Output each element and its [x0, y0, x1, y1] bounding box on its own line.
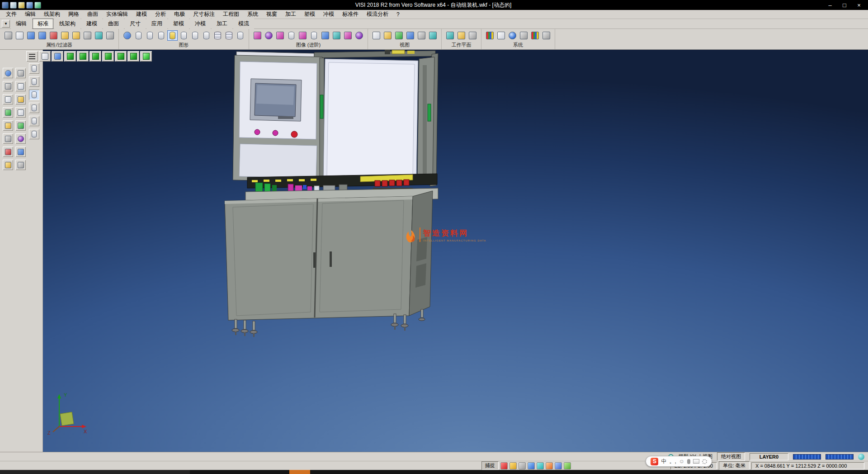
- move-icon[interactable]: [3, 94, 13, 104]
- menu-surface[interactable]: 曲面: [83, 9, 102, 19]
- menu-window[interactable]: 视窗: [262, 9, 281, 19]
- view-shaded-icon[interactable]: [52, 51, 63, 62]
- solid-list-icon[interactable]: [224, 30, 234, 41]
- solid-slot-icon-6[interactable]: [29, 129, 39, 139]
- annotate-icon[interactable]: [15, 107, 26, 118]
- color-palette-icon[interactable]: [485, 30, 495, 41]
- rotate-view-icon[interactable]: [405, 30, 415, 41]
- material-sphere-icon[interactable]: [264, 30, 274, 41]
- measure-icon[interactable]: [15, 94, 26, 104]
- snap-toggle-button[interactable]: 捕捉: [481, 461, 499, 470]
- align-icon[interactable]: [3, 160, 13, 170]
- render-quality-icon[interactable]: [354, 30, 364, 41]
- shade-transparent-icon[interactable]: [179, 30, 189, 41]
- swap-layers-icon[interactable]: [37, 30, 47, 41]
- menu-standard-parts[interactable]: 标准件: [338, 9, 363, 19]
- view-iso-icon[interactable]: [64, 51, 76, 62]
- menu-machining[interactable]: 加工: [281, 9, 300, 19]
- app-icon[interactable]: [2, 2, 9, 9]
- workplane-xy-icon[interactable]: [445, 30, 455, 41]
- ime-lang-label[interactable]: 中: [661, 458, 666, 465]
- solid-slot-icon-5[interactable]: [29, 116, 39, 126]
- menu-wireframe[interactable]: 线架构: [40, 9, 64, 19]
- ghost-view-icon[interactable]: [201, 30, 212, 41]
- lock-solid-icon[interactable]: [235, 30, 245, 41]
- section-view-icon[interactable]: [286, 30, 297, 41]
- track-icon[interactable]: [564, 462, 571, 469]
- calculator-icon[interactable]: [519, 30, 529, 41]
- viewport-canvas[interactable]: 智造资料网 INTELLIGENT MANUFACTURING DATA Y X…: [43, 50, 868, 452]
- status-globe-icon[interactable]: [858, 454, 864, 460]
- view-blank-icon[interactable]: [39, 51, 51, 62]
- menu-progress[interactable]: 冲模: [319, 9, 338, 19]
- menu-mould[interactable]: 塑模: [300, 9, 319, 19]
- ime-mic-icon[interactable]: [687, 459, 690, 464]
- new-doc-icon[interactable]: [10, 2, 17, 9]
- menu-file[interactable]: 文件: [2, 9, 21, 19]
- display-filter-icon[interactable]: [14, 30, 25, 41]
- color-faces-icon[interactable]: [297, 30, 308, 41]
- filter-icon[interactable]: [82, 30, 93, 41]
- view-orientation-menu-icon[interactable]: [26, 51, 38, 62]
- open-doc-icon[interactable]: [18, 2, 25, 9]
- screen-settings-icon[interactable]: [496, 30, 506, 41]
- background-icon[interactable]: [320, 30, 330, 41]
- grid-settings-icon[interactable]: [530, 30, 540, 41]
- taskbar-active-app[interactable]: [289, 470, 310, 474]
- tab-surface[interactable]: 曲面: [103, 19, 124, 29]
- tab-wireframe[interactable]: 线架构: [54, 19, 80, 29]
- transparency-icon[interactable]: [309, 30, 319, 41]
- tab-progress[interactable]: 冲模: [190, 19, 211, 29]
- tab-flow[interactable]: 模流: [233, 19, 254, 29]
- texture-icon[interactable]: [252, 30, 263, 41]
- view-back-icon[interactable]: [127, 51, 139, 62]
- ortho-icon[interactable]: [546, 462, 553, 469]
- menu-help[interactable]: ?: [392, 10, 404, 19]
- pan-view-icon[interactable]: [394, 30, 404, 41]
- refresh-view-icon[interactable]: [122, 30, 132, 41]
- ime-keyboard-icon[interactable]: [693, 459, 699, 464]
- ime-face-icon[interactable]: ☺: [679, 458, 684, 465]
- datum-icon[interactable]: [3, 81, 13, 91]
- world-icon[interactable]: [507, 30, 518, 41]
- magnet-snap-icon[interactable]: [48, 30, 59, 41]
- solid-slot-icon-1[interactable]: [29, 63, 39, 74]
- sogou-logo-icon[interactable]: S: [651, 458, 658, 465]
- view-front-icon[interactable]: [90, 51, 101, 62]
- maximize-button[interactable]: □: [837, 0, 852, 9]
- snap-grid-icon[interactable]: [537, 462, 544, 469]
- ime-punct-label[interactable]: 。,: [669, 458, 676, 465]
- ime-settings-icon[interactable]: [702, 459, 707, 464]
- solid-slot-icon-3[interactable]: [29, 90, 39, 100]
- named-views-icon[interactable]: [428, 30, 438, 41]
- minimize-button[interactable]: –: [823, 0, 837, 9]
- wireframe-icon[interactable]: [190, 30, 200, 41]
- printer-icon[interactable]: [3, 30, 14, 41]
- workplane-reset-icon[interactable]: [467, 30, 478, 41]
- tab-mould[interactable]: 塑模: [168, 19, 189, 29]
- menu-dimension[interactable]: 尺寸标注: [189, 9, 219, 19]
- view-right-icon[interactable]: [102, 51, 114, 62]
- filter-clear-icon[interactable]: [105, 30, 115, 41]
- solid-slot-icon-2[interactable]: [29, 76, 39, 87]
- zoom-window-icon[interactable]: [382, 30, 393, 41]
- mirror-icon[interactable]: [3, 133, 13, 144]
- workplane-entity-icon[interactable]: [456, 30, 467, 41]
- view-bottom-icon[interactable]: [140, 51, 152, 62]
- delete-icon[interactable]: [15, 68, 26, 78]
- tab-dropdown-icon[interactable]: ▼: [2, 20, 10, 28]
- layers-icon[interactable]: [15, 160, 26, 170]
- view-top-icon[interactable]: [77, 51, 89, 62]
- match-properties-icon[interactable]: [71, 30, 81, 41]
- shade-hidden-icon[interactable]: [156, 30, 166, 41]
- highlight-edges-icon[interactable]: [275, 30, 285, 41]
- osnap-icon[interactable]: [555, 462, 562, 469]
- multi-solid-icon[interactable]: [212, 30, 223, 41]
- trim-icon[interactable]: [15, 81, 26, 91]
- scale-icon[interactable]: [3, 120, 13, 131]
- menu-system[interactable]: 系统: [243, 9, 262, 19]
- previous-view-icon[interactable]: [416, 30, 427, 41]
- menu-solid-edit[interactable]: 实体编辑: [102, 9, 132, 19]
- array-icon[interactable]: [3, 147, 13, 157]
- menu-flow-analysis[interactable]: 模流分析: [363, 9, 392, 19]
